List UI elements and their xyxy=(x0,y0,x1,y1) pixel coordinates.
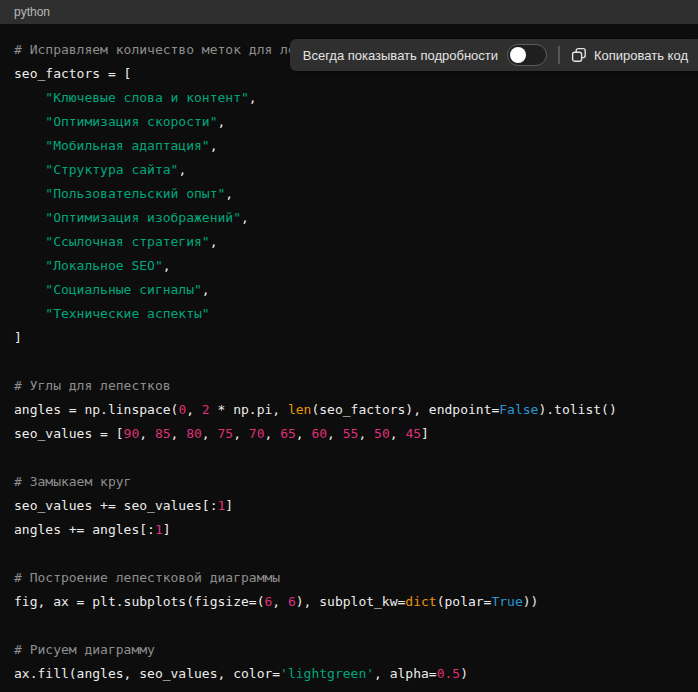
code-line: seo_values = [90, 85, 80, 75, 70, 65, 60… xyxy=(14,422,684,446)
code-line: # Построение лепестковой диаграммы xyxy=(14,566,684,590)
code-line xyxy=(14,614,684,638)
code-line xyxy=(14,446,684,470)
code-line: fig, ax = plt.subplots(figsize=(6, 6), s… xyxy=(14,590,684,614)
copy-code-button[interactable]: Копировать код xyxy=(571,47,688,63)
code-line: ax.fill(angles, seo_values, color='light… xyxy=(14,662,684,686)
toolbar-divider xyxy=(558,46,560,64)
code-block-header: python xyxy=(0,0,698,24)
code-line: seo_values += seo_values[:1] xyxy=(14,494,684,518)
details-toggle[interactable] xyxy=(507,44,547,66)
code-line: "Структура сайта", xyxy=(14,158,684,182)
code-line: angles = np.linspace(0, 2 * np.pi, len(s… xyxy=(14,398,684,422)
copy-code-label: Копировать код xyxy=(594,48,688,63)
code-line: # Углы для лепестков xyxy=(14,374,684,398)
code-line: "Мобильная адаптация", xyxy=(14,134,684,158)
code-line: "Оптимизация изображений", xyxy=(14,206,684,230)
code-line xyxy=(14,542,684,566)
code-line: ] xyxy=(14,326,684,350)
hover-toolbar: Всегда показывать подробности Копировать… xyxy=(290,39,698,71)
code-block-body: # Исправляем количество меток для лепест… xyxy=(0,24,698,692)
code-lines: # Исправляем количество меток для лепест… xyxy=(14,38,684,686)
code-line: # Рисуем диаграмму xyxy=(14,638,684,662)
code-line xyxy=(14,350,684,374)
code-line: "Ссылочная стратегия", xyxy=(14,230,684,254)
language-label: python xyxy=(14,5,50,19)
code-line: "Оптимизация скорости", xyxy=(14,110,684,134)
copy-icon xyxy=(571,47,587,63)
code-line: "Локальное SEO", xyxy=(14,254,684,278)
code-line: "Технические аспекты" xyxy=(14,302,684,326)
code-line: "Ключевые слова и контент", xyxy=(14,86,684,110)
code-line: "Социальные сигналы", xyxy=(14,278,684,302)
toggle-knob-icon xyxy=(510,47,526,63)
code-line: # Замыкаем круг xyxy=(14,470,684,494)
always-show-details-label: Всегда показывать подробности xyxy=(303,48,498,63)
code-line: angles += angles[:1] xyxy=(14,518,684,542)
code-line: "Пользовательский опыт", xyxy=(14,182,684,206)
